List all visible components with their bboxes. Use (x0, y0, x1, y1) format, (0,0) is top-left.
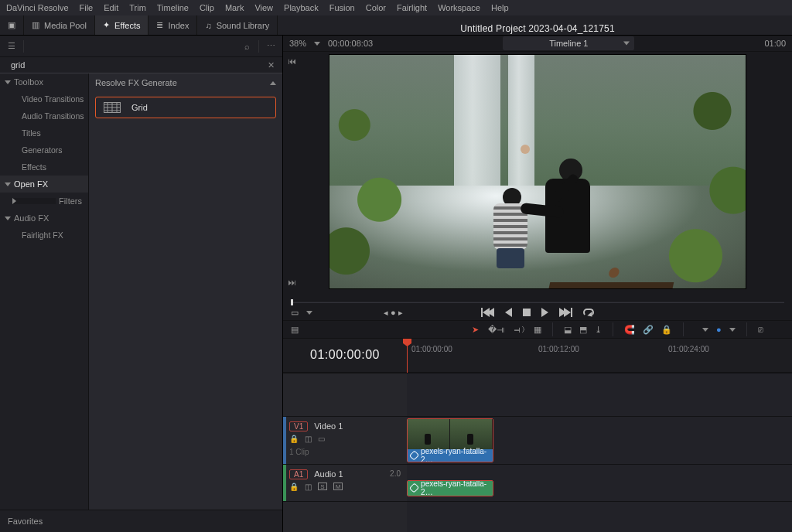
menu-item[interactable]: Help (491, 3, 509, 12)
menu-item[interactable]: Edit (104, 3, 118, 12)
audio-clip[interactable]: pexels-ryan-fatalla-2… (407, 480, 493, 496)
tree-video-transitions[interactable]: Video Transitions (0, 90, 88, 107)
menu-item[interactable]: Mark (225, 3, 244, 12)
track-name: Video 1 (314, 421, 343, 431)
effects-icon: ✦ (103, 20, 110, 30)
viewer-header: 38% 00:00:08:03 Timeline 1 01:00 (283, 36, 792, 52)
app-menubar[interactable]: DaVinci Resolve File Edit Trim Timeline … (0, 0, 792, 15)
favorites-section[interactable]: Favorites (0, 510, 282, 532)
viewer-scrubber[interactable] (291, 295, 784, 305)
crop-icon[interactable]: ▭ (291, 308, 299, 318)
lock-icon[interactable]: 🔒 (661, 325, 672, 335)
menu-item[interactable]: Color (366, 3, 386, 12)
search-icon[interactable]: ⌕ (240, 42, 254, 51)
track-badge[interactable]: A1 (289, 469, 308, 479)
track-lane[interactable]: pexels-ryan-fatalla-2… (407, 465, 792, 501)
snap-icon[interactable]: 🧲 (624, 325, 635, 335)
tree-audiofx[interactable]: Audio FX (0, 210, 88, 227)
marker-blue[interactable]: ● (716, 325, 722, 334)
tree-audio-transitions[interactable]: Audio Transitions (0, 107, 88, 124)
menu-item[interactable]: DaVinci Resolve (6, 3, 69, 12)
next-clip-icon[interactable]: ⏭ (288, 278, 296, 287)
zoom-percent[interactable]: 38% (289, 39, 306, 48)
timeline-ruler[interactable]: 01:00:00:00 01:00:12:00 01:00:24:00 (407, 339, 792, 372)
tree-titles[interactable]: Titles (0, 124, 88, 142)
tree-generators[interactable]: Generators (0, 142, 88, 159)
effect-grid[interactable]: Grid (95, 97, 276, 118)
blade-tool-icon[interactable]: ▦ (534, 325, 541, 335)
panel-options-icon[interactable]: ⋯ (264, 41, 278, 51)
tree-filters[interactable]: Filters (0, 193, 88, 210)
layout-button[interactable]: ▣ (0, 15, 24, 35)
effects-button[interactable]: ✦Effects (95, 15, 148, 35)
track-badge[interactable]: V1 (289, 421, 308, 431)
master-timecode[interactable]: 01:00:00:00 (283, 348, 407, 362)
tree-toolbox[interactable]: Toolbox (0, 73, 88, 90)
replace-icon[interactable]: ⤓ (595, 325, 602, 335)
panel-menu-icon[interactable]: ☰ (5, 41, 19, 51)
match-frame-icon[interactable]: ◂ ● ▸ (384, 308, 403, 318)
tree-effects[interactable]: Effects (0, 159, 88, 176)
mixer-icon[interactable]: ⎚ (758, 325, 763, 334)
stop-button[interactable] (523, 309, 531, 316)
auto-select-icon[interactable]: ◫ (305, 435, 312, 443)
clip-label: pexels-ryan-fatalla-2… (421, 447, 490, 462)
index-icon: ≣ (156, 20, 163, 30)
tree-fairlight-fx[interactable]: Fairlight FX (0, 227, 88, 244)
lock-icon[interactable]: 🔒 (289, 435, 299, 443)
menu-item[interactable]: File (80, 3, 94, 12)
timeline-selector[interactable]: Timeline 1 (503, 36, 634, 50)
search-input[interactable] (3, 59, 263, 71)
video-track-1[interactable]: V1Video 1 🔒 ◫ ▭ 1 Clip pexels-ryan-fatal… (283, 416, 792, 464)
go-start-button[interactable] (481, 308, 494, 317)
timeline[interactable]: 01:00:00:00 01:00:00:00 01:00:12:00 01:0… (283, 339, 792, 532)
track-header[interactable]: V1Video 1 🔒 ◫ ▭ 1 Clip (283, 417, 407, 464)
prev-clip-icon[interactable]: ⏮ (288, 56, 296, 66)
mute-button[interactable]: M (333, 483, 343, 490)
clip-count: 1 Clip (289, 448, 401, 456)
menu-item[interactable]: Playback (284, 3, 319, 12)
tree-label: Open FX (14, 179, 48, 189)
audio-track-1[interactable]: 2.0 A1Audio 1 🔒 ◫ S M pexels-ryan-fatall… (283, 464, 792, 501)
video-clip[interactable]: pexels-ryan-fatalla-2… (407, 418, 493, 462)
trim-tool-icon[interactable]: �⫣ (488, 325, 505, 335)
track-enable-icon[interactable]: ▭ (318, 435, 325, 443)
overwrite-icon[interactable]: ⬒ (579, 325, 587, 335)
play-button[interactable] (541, 308, 548, 317)
effects-tree[interactable]: Toolbox Video Transitions Audio Transiti… (0, 73, 88, 510)
lock-icon[interactable]: 🔒 (289, 483, 299, 491)
layout-icon: ▣ (8, 20, 15, 30)
track-lane[interactable]: pexels-ryan-fatalla-2… (407, 417, 792, 464)
menu-item[interactable]: Fusion (329, 3, 355, 12)
index-button[interactable]: ≣Index (148, 15, 197, 35)
search-field[interactable]: ✕ (0, 57, 282, 73)
sound-library-button[interactable]: ♫Sound Library (197, 15, 278, 35)
play-reverse-button[interactable] (505, 308, 512, 317)
sound-library-icon: ♫ (205, 21, 211, 30)
menu-item[interactable]: Trim (129, 3, 146, 12)
chevron-down-icon (306, 311, 312, 315)
program-viewer[interactable]: ⏮ ⏭ (283, 52, 792, 292)
link-icon[interactable]: 🔗 (643, 325, 654, 335)
go-end-button[interactable] (559, 308, 572, 317)
selection-tool[interactable]: ➤ (472, 325, 479, 335)
chevron-right-icon (12, 198, 56, 204)
menu-item[interactable]: View (254, 3, 273, 12)
chevron-up-icon (270, 81, 276, 85)
insert-icon[interactable]: ⬓ (564, 325, 572, 335)
menu-item[interactable]: Timeline (157, 3, 189, 12)
solo-button[interactable]: S (318, 483, 327, 490)
track-header[interactable]: 2.0 A1Audio 1 🔒 ◫ S M (283, 465, 407, 501)
timeline-view-icon[interactable]: ▤ (291, 325, 299, 335)
menu-item[interactable]: Fairlight (397, 3, 427, 12)
menu-item[interactable]: Clip (200, 3, 214, 12)
media-pool-button[interactable]: ▥Media Pool (24, 15, 95, 35)
trim-tool-icon[interactable]: ⫤⟩ (513, 325, 526, 334)
search-clear-icon[interactable]: ✕ (263, 60, 279, 70)
effects-category-header[interactable]: Resolve FX Generate (89, 73, 282, 92)
tree-openfx[interactable]: Open FX (0, 176, 88, 193)
playhead[interactable] (403, 339, 411, 346)
menu-item[interactable]: Workspace (438, 3, 480, 12)
auto-select-icon[interactable]: ◫ (305, 483, 312, 491)
loop-button[interactable] (583, 309, 594, 316)
